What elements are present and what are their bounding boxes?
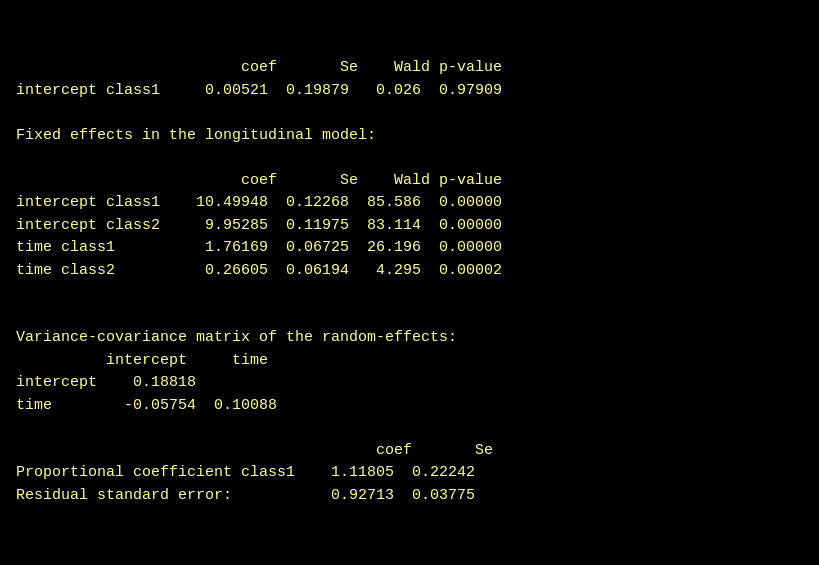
terminal-line: Proportional coefficient class1 1.11805 … [16, 462, 803, 485]
terminal-output: coef Se Wald p-valueintercept class1 0.0… [16, 12, 803, 530]
terminal-line: coef Se Wald p-value [16, 170, 803, 193]
terminal-line: Residual standard error: 0.92713 0.03775 [16, 485, 803, 508]
terminal-line [16, 417, 803, 440]
terminal-line: Variance-covariance matrix of the random… [16, 327, 803, 350]
terminal-line: Fixed effects in the longitudinal model: [16, 125, 803, 148]
terminal-line [16, 305, 803, 328]
terminal-line: time class1 1.76169 0.06725 26.196 0.000… [16, 237, 803, 260]
terminal-line: time -0.05754 0.10088 [16, 395, 803, 418]
terminal-line [16, 147, 803, 170]
terminal-line [16, 102, 803, 125]
terminal-line: intercept class1 0.00521 0.19879 0.026 0… [16, 80, 803, 103]
terminal-line: coef Se Wald p-value [16, 57, 803, 80]
terminal-line [16, 282, 803, 305]
terminal-line: intercept class2 9.95285 0.11975 83.114 … [16, 215, 803, 238]
terminal-line: intercept time [16, 350, 803, 373]
terminal-line: time class2 0.26605 0.06194 4.295 0.0000… [16, 260, 803, 283]
terminal-line: coef Se [16, 440, 803, 463]
terminal-line: intercept 0.18818 [16, 372, 803, 395]
terminal-line: intercept class1 10.49948 0.12268 85.586… [16, 192, 803, 215]
